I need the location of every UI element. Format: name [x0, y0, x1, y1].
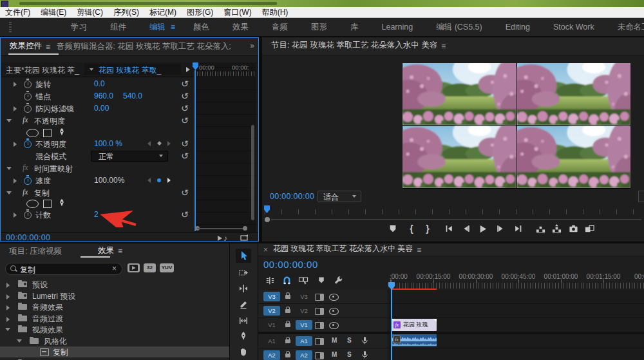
effect-controls-mini-timeline[interactable]: 00:00 00:00:	[194, 62, 256, 232]
ws-tab-stock-work[interactable]: Stock Work	[553, 23, 594, 32]
stopwatch-icon[interactable]	[24, 105, 32, 113]
ws-tab-editing-en[interactable]: Editing	[506, 23, 530, 32]
play-button[interactable]	[477, 223, 488, 234]
tab-audio-clip-mixer[interactable]: 音频剪辑混合器: 花园 玫瑰花 萃取工艺 花朵落入水中	[57, 41, 231, 52]
panel-menu-icon[interactable]: ≡	[441, 42, 446, 51]
ws-tab-color[interactable]: 颜色	[193, 22, 209, 33]
timeline-playhead-line[interactable]	[391, 282, 392, 360]
master-clip-label[interactable]: 主要*花园 玫瑰花 萃_	[6, 65, 86, 76]
speed-value[interactable]: 100.00%	[94, 176, 124, 185]
play-audio-icon[interactable]: ♪	[217, 234, 227, 243]
program-timecode[interactable]: 00:00:00:00	[270, 192, 314, 201]
rect-mask-icon[interactable]	[43, 129, 52, 137]
ellipse-mask-icon[interactable]	[26, 129, 39, 137]
target-track-v1[interactable]: V1	[296, 320, 312, 330]
next-keyframe-icon[interactable]	[167, 141, 171, 146]
timeline-ruler[interactable]: :00:00 00:00:15:00 00:00:30:00 00:00:45:…	[388, 272, 644, 289]
stopwatch-icon[interactable]	[24, 211, 32, 219]
prev-keyframe-icon[interactable]	[147, 178, 151, 183]
reset-icon[interactable]: ↺	[181, 139, 189, 148]
prev-keyframe-icon[interactable]	[147, 141, 151, 146]
target-track-a1[interactable]: A1	[296, 336, 312, 346]
blend-mode-value[interactable]: 正常	[99, 151, 114, 162]
pen-mask-icon[interactable]	[57, 198, 66, 207]
horizontal-scrollbar[interactable]	[197, 228, 245, 229]
add-marker-button[interactable]	[315, 274, 328, 286]
timeline-settings-wrench[interactable]	[332, 274, 345, 286]
go-to-out-button[interactable]	[513, 223, 524, 234]
sync-lock-icon[interactable]	[315, 308, 324, 315]
reset-icon[interactable]: ↺	[181, 79, 189, 88]
reset-icon[interactable]: ↺	[181, 116, 189, 125]
search-input[interactable]: 复制	[20, 265, 35, 276]
panel-menu-icon[interactable]: ≡	[46, 43, 50, 52]
sync-lock-icon[interactable]	[315, 338, 324, 345]
tab-overflow-icon[interactable]: »	[250, 41, 254, 50]
tree-item-replicate[interactable]: 复制	[0, 346, 229, 357]
source-patch-v1[interactable]: V1	[263, 320, 280, 330]
target-track-v3[interactable]: V3	[296, 292, 312, 301]
selected-clip-name[interactable]: 花园 玫瑰花 萃取_	[99, 65, 161, 76]
panel-menu-icon[interactable]: ≡	[118, 247, 122, 256]
solo-button[interactable]: S	[347, 337, 352, 344]
linked-selection-toggle[interactable]	[297, 274, 310, 286]
comparison-view-button[interactable]	[583, 223, 595, 234]
voiceover-mic-icon[interactable]	[360, 350, 369, 360]
snap-magnet-toggle[interactable]	[280, 274, 293, 286]
ws-tab-edit-menu-icon[interactable]: ≡	[171, 23, 175, 32]
program-mini-ruler[interactable]	[262, 206, 644, 214]
selection-tool[interactable]	[236, 249, 251, 263]
expand-icon[interactable]	[14, 82, 17, 87]
source-patch-v2[interactable]: V2	[263, 306, 280, 316]
anchor-y-value[interactable]: 540.0	[123, 91, 142, 100]
mark-out-button[interactable]: }	[422, 223, 433, 234]
lift-button[interactable]	[535, 223, 546, 234]
clear-search-icon[interactable]: ×	[112, 264, 117, 273]
ws-tab-graphics[interactable]: 图形	[311, 22, 327, 33]
ripple-edit-tool[interactable]	[236, 281, 251, 296]
mark-in-button[interactable]: {	[406, 223, 417, 234]
tree-item-presets[interactable]: 预设	[0, 279, 229, 290]
lock-icon[interactable]	[285, 295, 290, 299]
mute-button[interactable]: M	[332, 337, 337, 344]
tree-item-partial[interactable]	[0, 358, 229, 360]
menu-item-markers[interactable]: 标记(M)	[149, 7, 176, 18]
collapse-icon[interactable]	[6, 191, 12, 194]
reset-icon[interactable]: ↺	[181, 210, 189, 219]
source-patch-a1[interactable]: A1	[263, 336, 280, 346]
menu-item-file[interactable]: 文件(F)	[5, 7, 30, 18]
next-keyframe-icon[interactable]	[167, 178, 171, 183]
menu-item-graphics[interactable]: 图形(G)	[187, 7, 213, 18]
pen-mask-icon[interactable]	[57, 128, 66, 137]
tab-effects[interactable]: 效果	[98, 245, 114, 258]
collapse-icon[interactable]	[6, 167, 12, 170]
stopwatch-icon[interactable]	[24, 93, 32, 100]
ws-tab-learn[interactable]: 学习	[71, 22, 87, 33]
step-back-button[interactable]	[460, 223, 472, 234]
effect-controls-timecode[interactable]: 00:00:00:00	[6, 233, 50, 242]
tree-item-lumetri-presets[interactable]: Lumetri 预设	[0, 290, 229, 301]
anti-flicker-value[interactable]: 0.00	[94, 104, 109, 113]
bit32-effects-badge[interactable]: 32	[144, 263, 156, 272]
fx-icon[interactable]: fx	[23, 115, 28, 125]
video-clip[interactable]: fx 花园 玫瑰	[391, 319, 437, 331]
panel-menu-icon[interactable]: ≡	[417, 245, 421, 254]
track-select-forward-tool[interactable]	[236, 265, 251, 279]
menu-item-sequence[interactable]: 序列(S)	[113, 7, 139, 18]
track-output-eye-icon[interactable]	[329, 294, 339, 301]
lock-icon[interactable]	[285, 309, 290, 313]
expand-icon[interactable]	[6, 294, 10, 299]
mini-playhead-line[interactable]	[194, 70, 196, 231]
tab-effect-controls[interactable]: 效果控件	[10, 41, 42, 53]
solo-button[interactable]: S	[347, 351, 352, 358]
add-marker-button[interactable]	[387, 223, 399, 234]
tree-item-audio-effects[interactable]: 音频效果	[0, 301, 229, 312]
menu-item-help[interactable]: 帮助(H)	[262, 7, 289, 18]
expand-icon[interactable]	[14, 142, 17, 147]
timeline-timecode[interactable]: 00:00:00:00	[263, 259, 318, 270]
hand-tool[interactable]	[236, 345, 251, 359]
pen-tool[interactable]	[236, 329, 251, 343]
rect-mask-icon[interactable]	[43, 200, 52, 208]
export-frame-button[interactable]	[567, 223, 579, 234]
go-to-in-button[interactable]	[443, 223, 455, 234]
